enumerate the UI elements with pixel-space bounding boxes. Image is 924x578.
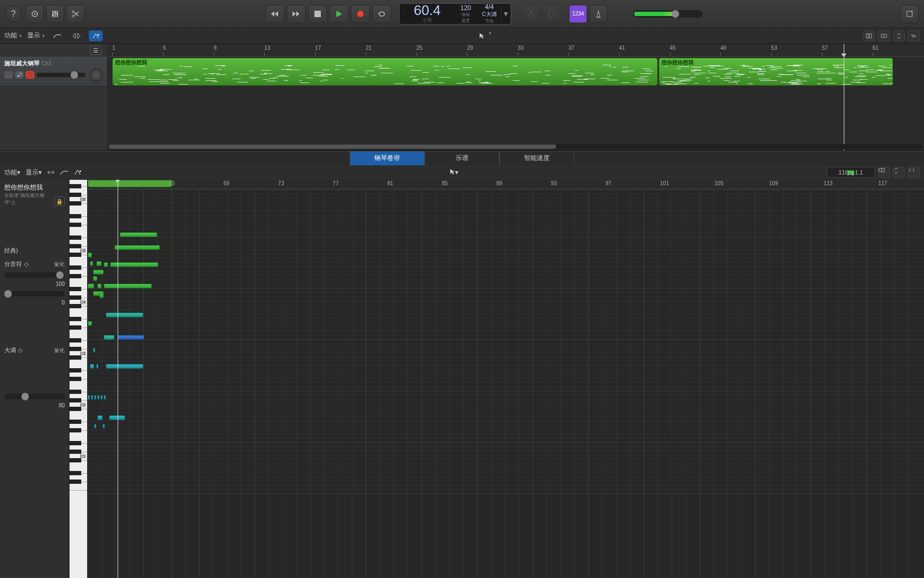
forward-button[interactable] — [287, 5, 306, 23]
pr-view-menu[interactable]: 显示▾ — [26, 168, 42, 177]
scrollbar-thumb[interactable] — [109, 144, 556, 149]
midi-region[interactable]: 想你想你想我 — [112, 58, 658, 86]
help-button[interactable]: ? — [5, 6, 21, 22]
track-volume-fader[interactable] — [36, 73, 86, 77]
slider-thumb[interactable] — [56, 271, 64, 279]
notepad-button[interactable] — [900, 5, 919, 23]
slider-thumb[interactable] — [4, 290, 12, 298]
midi-note[interactable] — [88, 284, 94, 288]
catch-button[interactable] — [878, 167, 890, 178]
piano-roll-playhead[interactable] — [118, 180, 118, 578]
master-volume[interactable] — [633, 10, 703, 18]
playhead[interactable] — [844, 44, 844, 150]
vzoom-button[interactable] — [893, 167, 905, 178]
midi-note[interactable] — [106, 364, 143, 369]
solo-button[interactable]: 🔊 — [15, 71, 24, 79]
lcd-expand-icon[interactable]: ▾ — [501, 5, 510, 23]
note-grid[interactable] — [88, 189, 924, 578]
collapse-icon[interactable] — [47, 170, 55, 175]
stop-button[interactable] — [308, 5, 327, 23]
tuner-button[interactable] — [522, 5, 540, 23]
midi-note[interactable] — [109, 415, 125, 420]
hzoom-button[interactable] — [908, 167, 920, 178]
midi-note[interactable] — [90, 364, 94, 369]
add-track-button[interactable]: ☰ — [90, 45, 102, 55]
midi-note[interactable] — [88, 321, 92, 326]
chevron-updown-icon[interactable]: ◇ — [24, 261, 28, 268]
midi-note[interactable] — [118, 335, 144, 340]
piano-keyboard[interactable]: C6C5C4C3C2C1 — [70, 180, 88, 578]
play-button[interactable] — [329, 5, 349, 23]
automation-icon[interactable] — [60, 169, 68, 176]
piano-roll-ruler[interactable]: 61656973778185899397101105109113117 — [88, 180, 924, 189]
tab-score[interactable]: 乐谱 — [425, 151, 499, 165]
midi-note[interactable] — [90, 261, 93, 266]
midi-out-icon[interactable] — [74, 169, 81, 176]
scissors-button[interactable] — [66, 5, 84, 23]
midi-note[interactable] — [88, 253, 92, 257]
track-header[interactable]: 施坦威大钢琴 Ch1 🎧 🔊 — [0, 57, 107, 87]
midi-note[interactable] — [94, 395, 96, 400]
midi-note[interactable] — [120, 232, 157, 237]
pan-knob[interactable] — [90, 69, 103, 81]
tab-smart-tempo[interactable]: 智能速度 — [499, 151, 574, 165]
midi-note[interactable] — [94, 424, 96, 429]
midi-note[interactable] — [117, 245, 160, 250]
bar-ruler[interactable]: 15913172125293337414549535761 — [107, 44, 924, 57]
velocity-slider[interactable] — [4, 394, 65, 399]
midi-note[interactable] — [88, 395, 90, 400]
count-in-button[interactable]: 1234 — [569, 5, 587, 23]
chevron-down-icon[interactable]: ▾ — [489, 31, 491, 41]
mute-button[interactable]: 🎧 — [4, 71, 13, 79]
link-button[interactable] — [878, 31, 890, 41]
swing-slider[interactable] — [4, 291, 65, 296]
waveform-zoom-button[interactable] — [908, 31, 920, 41]
midi-note[interactable] — [97, 284, 102, 288]
pr-func-menu[interactable]: 功能▾ — [4, 168, 20, 177]
pointer-tool[interactable] — [450, 169, 455, 176]
chevron-updown-icon[interactable]: ◇ — [18, 347, 22, 354]
midi-out-icon[interactable] — [89, 31, 103, 41]
func-menu[interactable]: 功能▾ — [4, 31, 22, 40]
mixer-button[interactable] — [46, 5, 64, 23]
midi-note[interactable] — [97, 395, 99, 400]
lcd-display[interactable]: 60.4 小节 120 保留 速度 4/4 C大调 节拍 ▾ — [399, 3, 511, 25]
metronome-button[interactable] — [589, 5, 607, 23]
volume-thumb[interactable] — [672, 10, 679, 18]
midi-note[interactable] — [104, 335, 114, 340]
lock-button[interactable]: 🔒 — [54, 196, 65, 206]
record-enable-button[interactable] — [26, 71, 34, 79]
midi-note[interactable] — [96, 364, 98, 369]
midi-note[interactable] — [91, 395, 93, 400]
settings-button[interactable] — [26, 5, 44, 23]
view-menu[interactable]: 显示▾ — [27, 31, 45, 40]
automation-curve-icon[interactable] — [50, 31, 64, 41]
midi-region[interactable]: 想你想你想我 — [659, 58, 893, 86]
time-quantize-value[interactable]: 分音符 — [4, 260, 22, 268]
midi-note[interactable] — [104, 395, 106, 400]
midi-note[interactable] — [93, 276, 97, 281]
cycle-button[interactable] — [372, 5, 391, 23]
shield-button[interactable] — [542, 5, 560, 23]
midi-note[interactable] — [99, 293, 104, 298]
horizontal-scrollbar[interactable] — [109, 144, 922, 149]
midi-note[interactable] — [103, 424, 105, 429]
midi-note[interactable] — [106, 313, 143, 317]
midi-note[interactable] — [93, 270, 104, 275]
info-display[interactable]: F4118.3.1.1 — [827, 167, 875, 178]
record-button[interactable] — [351, 5, 370, 23]
pointer-tool[interactable] — [475, 31, 489, 41]
fader-thumb[interactable] — [71, 71, 78, 79]
tab-piano-roll[interactable]: 钢琴卷帘 — [350, 151, 425, 165]
midi-note[interactable] — [101, 395, 103, 400]
midi-note[interactable] — [104, 284, 152, 288]
midi-note[interactable] — [93, 348, 95, 353]
arrange-content[interactable]: 15913172125293337414549535761 想你想你想我想你想你… — [107, 44, 924, 150]
snap-button[interactable] — [863, 31, 875, 41]
slider-thumb[interactable] — [21, 393, 29, 400]
scale-value[interactable]: 大调 — [4, 346, 16, 354]
rewind-button[interactable] — [265, 5, 284, 23]
vzoom-button[interactable] — [893, 31, 905, 41]
q-strength-slider[interactable] — [4, 272, 65, 278]
midi-note[interactable] — [96, 261, 102, 266]
